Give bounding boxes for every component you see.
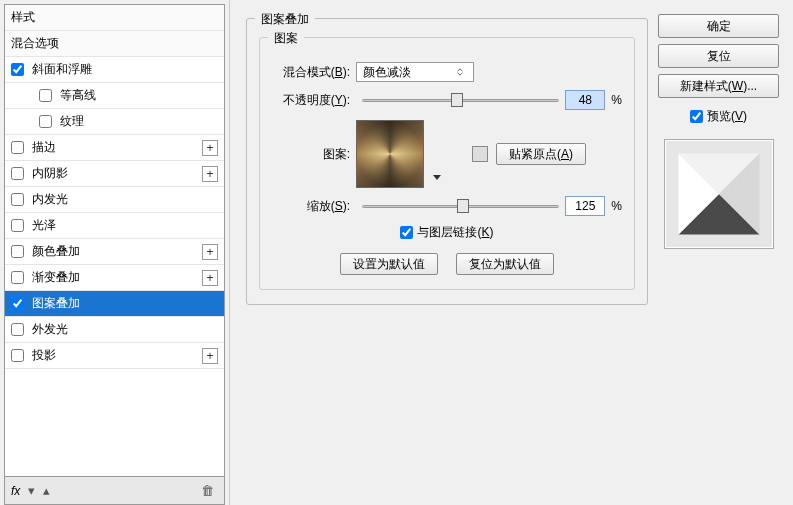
preview-check-row: 预览(V): [658, 108, 779, 125]
trash-icon[interactable]: 🗑: [201, 483, 214, 498]
inner-title: 图案: [268, 30, 304, 47]
new-style-button[interactable]: 新建样式(W)...: [658, 74, 779, 98]
right-panel: 确定 复位 新建样式(W)... 预览(V): [658, 0, 793, 505]
default-buttons: 设置为默认值 复位为默认值: [272, 253, 622, 275]
styles-header[interactable]: 样式: [5, 5, 224, 31]
style-inner-glow-label: 内发光: [32, 191, 218, 208]
add-color-overlay-icon[interactable]: +: [202, 244, 218, 260]
style-color-overlay-check[interactable]: [11, 245, 24, 258]
blend-options-header[interactable]: 混合选项: [5, 31, 224, 57]
style-inner-shadow-check[interactable]: [11, 167, 24, 180]
toolbar-down-icon[interactable]: ▾: [28, 483, 35, 498]
styles-header-label: 样式: [11, 9, 218, 26]
style-texture-check[interactable]: [39, 115, 52, 128]
style-inner-glow-check[interactable]: [11, 193, 24, 206]
add-inner-shadow-icon[interactable]: +: [202, 166, 218, 182]
set-default-button[interactable]: 设置为默认值: [340, 253, 438, 275]
style-stroke-check[interactable]: [11, 141, 24, 154]
link-layer-checkbox[interactable]: [400, 226, 413, 239]
style-inner-glow[interactable]: 内发光: [5, 187, 224, 213]
style-pattern-overlay[interactable]: 图案叠加: [5, 291, 224, 317]
reset-default-button[interactable]: 复位为默认值: [456, 253, 554, 275]
group-title: 图案叠加: [255, 11, 315, 28]
opacity-input[interactable]: 48: [565, 90, 605, 110]
style-drop-shadow-label: 投影: [32, 347, 202, 364]
style-bevel-label: 斜面和浮雕: [32, 61, 218, 78]
blend-mode-label: 混合模式(B):: [272, 64, 350, 81]
pattern-group: 图案 混合模式(B): 颜色减淡 不透明度(Y): 48 %: [259, 37, 635, 290]
chevron-updown-icon: [453, 68, 467, 76]
style-pattern-overlay-check[interactable]: [11, 297, 24, 310]
style-texture[interactable]: 纹理: [5, 109, 224, 135]
style-outer-glow[interactable]: 外发光: [5, 317, 224, 343]
preview-thumbnail: [664, 139, 774, 249]
style-satin-check[interactable]: [11, 219, 24, 232]
scale-input[interactable]: 125: [565, 196, 605, 216]
link-row: 与图层链接(K): [272, 224, 622, 241]
blend-mode-value: 颜色减淡: [363, 64, 411, 81]
ok-button[interactable]: 确定: [658, 14, 779, 38]
style-contour-label: 等高线: [60, 87, 218, 104]
pattern-swatch[interactable]: [356, 120, 424, 188]
style-satin[interactable]: 光泽: [5, 213, 224, 239]
scale-slider[interactable]: [362, 197, 559, 215]
new-pattern-icon[interactable]: [472, 146, 488, 162]
opacity-slider[interactable]: [362, 91, 559, 109]
styles-list: 样式 混合选项 斜面和浮雕 等高线 纹理 描边 +: [4, 4, 225, 477]
add-stroke-icon[interactable]: +: [202, 140, 218, 156]
layer-style-dialog: 样式 混合选项 斜面和浮雕 等高线 纹理 描边 +: [0, 0, 793, 505]
reset-button[interactable]: 复位: [658, 44, 779, 68]
style-outer-glow-label: 外发光: [32, 321, 218, 338]
style-satin-label: 光泽: [32, 217, 218, 234]
style-gradient-overlay[interactable]: 渐变叠加 +: [5, 265, 224, 291]
add-gradient-overlay-icon[interactable]: +: [202, 270, 218, 286]
toolbar-up-icon[interactable]: ▴: [43, 483, 50, 498]
add-drop-shadow-icon[interactable]: +: [202, 348, 218, 364]
style-texture-label: 纹理: [60, 113, 218, 130]
style-gradient-overlay-label: 渐变叠加: [32, 269, 202, 286]
scale-row: 缩放(S): 125 %: [272, 196, 622, 216]
styles-toolbar: fx ▾ ▴ 🗑: [4, 477, 225, 505]
style-stroke[interactable]: 描边 +: [5, 135, 224, 161]
opacity-label: 不透明度(Y):: [272, 92, 350, 109]
pattern-dropdown-icon[interactable]: [432, 171, 442, 185]
style-pattern-overlay-label: 图案叠加: [32, 295, 218, 312]
snap-origin-button[interactable]: 贴紧原点(A): [496, 143, 586, 165]
style-gradient-overlay-check[interactable]: [11, 271, 24, 284]
pattern-row: 图案: 贴紧原点(A): [272, 120, 622, 188]
style-inner-shadow[interactable]: 内阴影 +: [5, 161, 224, 187]
style-stroke-label: 描边: [32, 139, 202, 156]
blend-mode-row: 混合模式(B): 颜色减淡: [272, 62, 622, 82]
style-bevel-check[interactable]: [11, 63, 24, 76]
scale-unit: %: [611, 199, 622, 213]
blend-options-label: 混合选项: [11, 35, 218, 52]
opacity-unit: %: [611, 93, 622, 107]
fx-icon[interactable]: fx: [11, 484, 20, 498]
style-drop-shadow[interactable]: 投影 +: [5, 343, 224, 369]
settings-panel: 图案叠加 图案 混合模式(B): 颜色减淡 不透明度(Y):: [230, 0, 658, 505]
style-inner-shadow-label: 内阴影: [32, 165, 202, 182]
scale-label: 缩放(S):: [272, 198, 350, 215]
pattern-label: 图案:: [272, 146, 350, 163]
style-color-overlay[interactable]: 颜色叠加 +: [5, 239, 224, 265]
opacity-row: 不透明度(Y): 48 %: [272, 90, 622, 110]
preview-label: 预览(V): [707, 108, 747, 125]
preview-checkbox[interactable]: [690, 110, 703, 123]
style-color-overlay-label: 颜色叠加: [32, 243, 202, 260]
style-outer-glow-check[interactable]: [11, 323, 24, 336]
style-drop-shadow-check[interactable]: [11, 349, 24, 362]
style-contour-check[interactable]: [39, 89, 52, 102]
style-bevel[interactable]: 斜面和浮雕: [5, 57, 224, 83]
styles-panel: 样式 混合选项 斜面和浮雕 等高线 纹理 描边 +: [0, 0, 230, 505]
style-contour[interactable]: 等高线: [5, 83, 224, 109]
pattern-overlay-group: 图案叠加 图案 混合模式(B): 颜色减淡 不透明度(Y):: [246, 18, 648, 305]
link-layer-checkbox-label[interactable]: 与图层链接(K): [400, 224, 493, 241]
blend-mode-select[interactable]: 颜色减淡: [356, 62, 474, 82]
